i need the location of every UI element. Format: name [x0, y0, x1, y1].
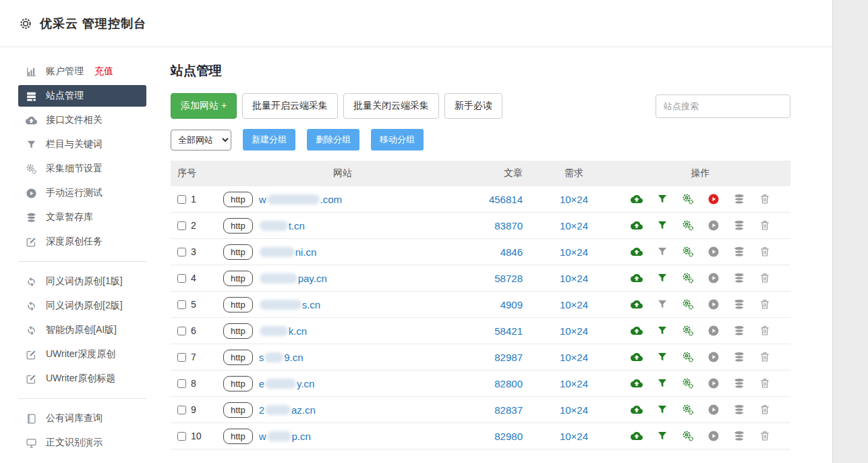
trash-action-icon[interactable]: [759, 430, 771, 442]
new-group-button[interactable]: 新建分组: [243, 129, 295, 151]
filter-action-icon[interactable]: [656, 219, 668, 232]
cloud-upload-action-icon[interactable]: [631, 377, 643, 389]
protocol-badge[interactable]: http: [223, 297, 253, 312]
site-domain[interactable]: 2az.cn: [259, 404, 316, 416]
gears-action-icon[interactable]: [682, 193, 694, 205]
sidebar-item[interactable]: 智能伪原创[AI版]: [18, 319, 146, 341]
play-action-icon[interactable]: [707, 351, 720, 363]
row-checkbox[interactable]: [177, 327, 186, 335]
protocol-badge[interactable]: http: [223, 192, 253, 207]
filter-action-icon[interactable]: [656, 193, 668, 205]
row-checkbox[interactable]: [177, 274, 186, 283]
article-count[interactable]: 82987: [462, 352, 538, 363]
play-action-icon[interactable]: [707, 377, 720, 389]
protocol-badge[interactable]: http: [223, 350, 253, 365]
sidebar-item[interactable]: 栏目与关键词: [18, 134, 146, 155]
sidebar-item[interactable]: 账户管理充值: [18, 61, 146, 82]
sidebar-item[interactable]: 采集细节设置: [18, 158, 146, 180]
article-count[interactable]: 82800: [462, 378, 538, 389]
row-checkbox[interactable]: [177, 221, 186, 230]
trash-action-icon[interactable]: [759, 351, 771, 363]
filter-action-icon[interactable]: [656, 272, 668, 284]
database-action-icon[interactable]: [733, 298, 745, 310]
play-action-icon[interactable]: [707, 430, 720, 442]
site-domain[interactable]: ni.cn: [259, 246, 317, 258]
site-domain[interactable]: s.cn: [259, 299, 321, 310]
sidebar-item[interactable]: 公有词库查询: [18, 408, 146, 429]
filter-action-icon[interactable]: [656, 325, 668, 337]
trash-action-icon[interactable]: [759, 298, 771, 310]
site-domain[interactable]: wp.cn: [259, 431, 311, 442]
play-action-icon[interactable]: [707, 404, 720, 416]
row-checkbox[interactable]: [177, 195, 186, 204]
site-domain[interactable]: k.cn: [259, 325, 308, 337]
article-count[interactable]: 58421: [462, 325, 538, 337]
sidebar-item[interactable]: UWriter原创标题: [18, 368, 146, 389]
delete-group-button[interactable]: 删除分组: [307, 129, 359, 151]
trash-action-icon[interactable]: [759, 193, 771, 205]
group-filter-select[interactable]: 全部网站: [171, 130, 231, 151]
cloud-upload-action-icon[interactable]: [631, 298, 643, 310]
site-domain[interactable]: ey.cn: [259, 378, 315, 389]
database-action-icon[interactable]: [733, 404, 745, 416]
database-action-icon[interactable]: [733, 272, 745, 284]
trash-action-icon[interactable]: [759, 246, 771, 258]
site-domain[interactable]: t.cn: [259, 220, 305, 232]
site-domain[interactable]: w.com: [259, 194, 342, 205]
protocol-badge[interactable]: http: [223, 323, 253, 339]
gears-action-icon[interactable]: [682, 325, 694, 337]
trash-action-icon[interactable]: [759, 272, 771, 284]
sidebar-item[interactable]: 同义词伪原创[1版]: [18, 271, 146, 292]
filter-action-icon[interactable]: [656, 351, 668, 363]
gears-action-icon[interactable]: [682, 219, 694, 232]
article-count[interactable]: 82837: [462, 404, 538, 416]
row-checkbox[interactable]: [177, 379, 186, 388]
cloud-upload-action-icon[interactable]: [631, 219, 643, 232]
play-action-icon[interactable]: [707, 246, 720, 258]
database-action-icon[interactable]: [733, 246, 745, 258]
move-group-button[interactable]: 移动分组: [371, 129, 424, 151]
protocol-badge[interactable]: http: [223, 271, 253, 286]
database-action-icon[interactable]: [733, 430, 745, 442]
sidebar-item[interactable]: 手动运行测试: [18, 182, 146, 204]
play-action-icon[interactable]: [707, 272, 720, 284]
gears-action-icon[interactable]: [682, 377, 694, 389]
trash-action-icon[interactable]: [759, 325, 771, 337]
site-search-input[interactable]: [656, 94, 790, 118]
database-action-icon[interactable]: [733, 193, 745, 205]
play-action-icon[interactable]: [707, 298, 720, 310]
filter-action-icon[interactable]: [656, 246, 668, 258]
protocol-badge[interactable]: http: [223, 244, 253, 260]
protocol-badge[interactable]: http: [223, 402, 253, 418]
gears-action-icon[interactable]: [682, 272, 694, 284]
play-action-icon[interactable]: [707, 219, 720, 232]
cloud-upload-action-icon[interactable]: [631, 193, 643, 205]
sidebar-item[interactable]: 接口文件相关: [18, 109, 146, 131]
gears-action-icon[interactable]: [682, 430, 694, 442]
trash-action-icon[interactable]: [759, 377, 771, 389]
filter-action-icon[interactable]: [656, 404, 668, 416]
protocol-badge[interactable]: http: [223, 429, 253, 444]
row-checkbox[interactable]: [177, 248, 186, 256]
filter-action-icon[interactable]: [656, 298, 668, 310]
sidebar-item[interactable]: 文章暂存库: [18, 207, 146, 228]
filter-action-icon[interactable]: [656, 430, 668, 442]
site-domain[interactable]: s9.cn: [259, 352, 303, 363]
cloud-upload-action-icon[interactable]: [631, 246, 643, 258]
row-checkbox[interactable]: [177, 406, 186, 414]
filter-action-icon[interactable]: [656, 377, 668, 389]
cloud-upload-action-icon[interactable]: [631, 351, 643, 363]
play-action-icon[interactable]: [707, 325, 720, 337]
article-count[interactable]: 58728: [462, 273, 538, 284]
protocol-badge[interactable]: http: [223, 218, 253, 234]
gears-action-icon[interactable]: [682, 246, 694, 258]
cloud-upload-action-icon[interactable]: [631, 404, 643, 416]
play-action-icon[interactable]: [707, 193, 720, 205]
article-count[interactable]: 82980: [462, 431, 538, 442]
article-count[interactable]: 456814: [462, 194, 538, 205]
protocol-badge[interactable]: http: [223, 376, 253, 391]
row-checkbox[interactable]: [177, 300, 186, 309]
add-site-button[interactable]: 添加网站 +: [171, 93, 237, 119]
newbie-guide-button[interactable]: 新手必读: [444, 93, 502, 119]
site-domain[interactable]: pay.cn: [259, 273, 327, 284]
